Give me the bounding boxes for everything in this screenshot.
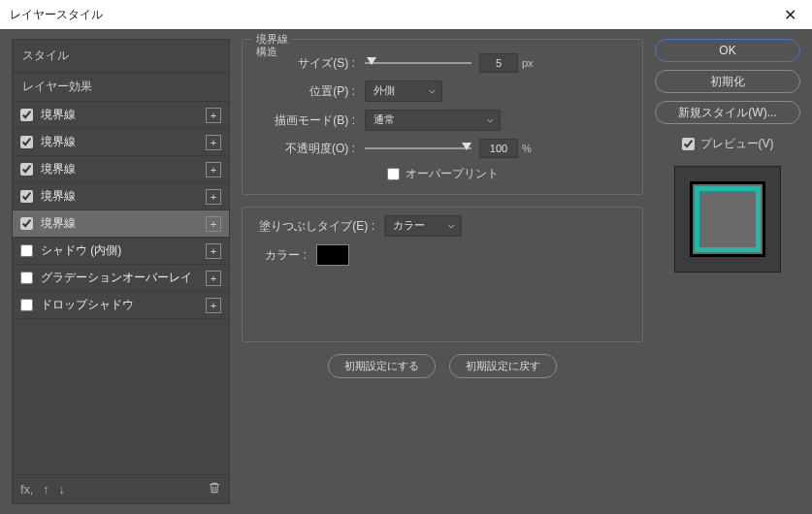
preview-swatch <box>690 181 765 257</box>
preview-row: プレビュー(V) <box>655 136 800 152</box>
titlebar: レイヤースタイル ✕ <box>0 0 812 29</box>
sidebar-item-label: 境界線 <box>41 107 202 123</box>
sidebar-item-label: 境界線 <box>41 134 202 150</box>
fx-icon[interactable]: fx‚ <box>20 482 33 497</box>
preview-checkbox[interactable] <box>682 138 695 150</box>
effect-checkbox[interactable] <box>20 244 33 257</box>
size-input[interactable] <box>479 53 518 73</box>
stroke-checkbox[interactable] <box>20 163 33 176</box>
window-title: レイヤースタイル <box>10 7 103 23</box>
sidebar-item-stroke-4[interactable]: 境界線 + <box>13 183 229 210</box>
position-label: 位置(P) : <box>258 83 365 100</box>
reset-default-button[interactable]: 初期設定に戻す <box>449 354 557 378</box>
effect-checkbox[interactable] <box>20 299 33 311</box>
sidebar-item-drop-shadow[interactable]: ドロップシャドウ + <box>13 292 229 319</box>
trash-icon[interactable] <box>208 481 221 498</box>
sidebar-item-label: 境界線 <box>41 161 202 177</box>
stroke-checkbox[interactable] <box>20 109 33 121</box>
stroke-checkbox[interactable] <box>20 136 33 148</box>
size-slider[interactable] <box>365 55 471 71</box>
sidebar-subheader[interactable]: レイヤー効果 <box>13 73 229 102</box>
sidebar-header[interactable]: スタイル <box>13 40 229 73</box>
add-effect-icon[interactable]: + <box>206 135 221 150</box>
sidebar-item-stroke-3[interactable]: 境界線 + <box>13 156 229 183</box>
stroke-checkbox[interactable] <box>20 217 33 230</box>
sidebar-item-label: 境界線 <box>41 188 202 205</box>
size-unit: px <box>522 57 534 69</box>
overprint-label: オーバープリント <box>406 166 499 182</box>
preview-label: プレビュー(V) <box>700 136 774 152</box>
blend-select[interactable]: 通常 <box>365 110 501 131</box>
structure-fieldset: 境界線 構造 サイズ(S) : px 位置(P) : 外側 描画モード(B) :… <box>242 39 643 195</box>
fill-fieldset: 塗りつぶしタイプ(E) : カラー カラー : <box>242 207 643 342</box>
opacity-input[interactable] <box>479 139 518 158</box>
sidebar-item-label: 境界線 <box>41 215 202 232</box>
new-style-button[interactable]: 新規スタイル(W)... <box>655 101 800 124</box>
sidebar-item-label: グラデーションオーバーレイ <box>41 270 202 286</box>
arrow-up-icon[interactable]: ↑ <box>43 482 49 497</box>
filltype-select[interactable]: カラー <box>384 215 462 237</box>
color-row: カラー : <box>258 244 627 266</box>
arrow-down-icon[interactable]: ↓ <box>59 482 66 497</box>
add-effect-icon[interactable]: + <box>206 243 221 259</box>
main-panel: 境界線 構造 サイズ(S) : px 位置(P) : 外側 描画モード(B) :… <box>242 39 643 504</box>
opacity-slider[interactable] <box>365 141 471 156</box>
style-sidebar: スタイル レイヤー効果 境界線 + 境界線 + 境界線 + 境界線 + 境界線 … <box>12 39 230 504</box>
sidebar-item-stroke-2[interactable]: 境界線 + <box>13 129 229 156</box>
sidebar-item-stroke-5[interactable]: 境界線 + <box>13 210 229 238</box>
add-effect-icon[interactable]: + <box>206 298 221 313</box>
overprint-row: オーバープリント <box>258 166 627 182</box>
close-icon[interactable]: ✕ <box>778 6 802 24</box>
overprint-checkbox[interactable] <box>387 168 400 180</box>
position-row: 位置(P) : 外側 <box>258 80 627 102</box>
preview-box <box>674 166 781 273</box>
blend-row: 描画モード(B) : 通常 <box>258 110 627 131</box>
color-label: カラー : <box>258 247 316 264</box>
right-panel: OK 初期化 新規スタイル(W)... プレビュー(V) <box>655 39 800 504</box>
size-row: サイズ(S) : px <box>258 53 627 73</box>
add-effect-icon[interactable]: + <box>206 108 221 123</box>
sidebar-item-label: シャドウ (内側) <box>41 242 202 259</box>
make-default-button[interactable]: 初期設定にする <box>328 354 436 378</box>
filltype-row: 塗りつぶしタイプ(E) : カラー <box>258 215 627 237</box>
filltype-label: 塗りつぶしタイプ(E) : <box>258 218 384 235</box>
sidebar-item-inner-shadow[interactable]: シャドウ (内側) + <box>13 238 229 265</box>
add-effect-icon[interactable]: + <box>206 162 221 177</box>
color-swatch[interactable] <box>316 244 349 266</box>
stroke-checkbox[interactable] <box>20 190 33 203</box>
opacity-label: 不透明度(O) : <box>258 141 365 157</box>
add-effect-icon[interactable]: + <box>206 271 221 286</box>
default-buttons-row: 初期設定にする 初期設定に戻す <box>242 354 643 378</box>
structure-legend: 境界線 構造 <box>252 32 292 59</box>
ok-button[interactable]: OK <box>655 39 800 62</box>
blend-label: 描画モード(B) : <box>258 112 365 129</box>
effect-checkbox[interactable] <box>20 272 33 284</box>
position-select[interactable]: 外側 <box>365 80 442 102</box>
reset-button[interactable]: 初期化 <box>655 70 800 93</box>
opacity-row: 不透明度(O) : % <box>258 139 627 158</box>
dialog-body: スタイル レイヤー効果 境界線 + 境界線 + 境界線 + 境界線 + 境界線 … <box>0 29 812 514</box>
add-effect-icon[interactable]: + <box>206 216 221 232</box>
sidebar-item-label: ドロップシャドウ <box>41 297 202 313</box>
opacity-unit: % <box>522 143 532 154</box>
sidebar-item-stroke-1[interactable]: 境界線 + <box>13 102 229 129</box>
sidebar-item-gradient-overlay[interactable]: グラデーションオーバーレイ + <box>13 265 229 292</box>
sidebar-footer: fx‚ ↑ ↓ <box>13 474 229 503</box>
add-effect-icon[interactable]: + <box>206 189 221 205</box>
